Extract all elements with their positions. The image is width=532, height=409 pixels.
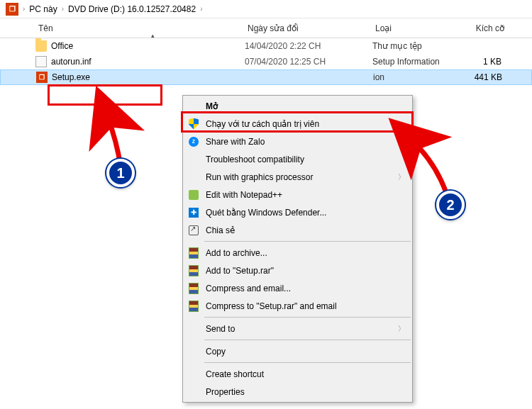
menu-notepadpp[interactable]: Edit with Notepad++ xyxy=(183,186,412,203)
column-headers[interactable]: Tên Ngày sửa đổi Loại Kích cỡ xyxy=(0,18,532,38)
list-item-selected[interactable]: ❐ Setup.exe ion 441 KB xyxy=(0,69,532,85)
file-type: ion xyxy=(373,72,451,82)
menu-add-archive[interactable]: Add to archive... xyxy=(183,244,412,262)
folder-icon xyxy=(35,40,47,52)
menu-properties[interactable]: Properties xyxy=(183,383,412,400)
winrar-icon xyxy=(187,264,200,277)
winrar-icon xyxy=(187,300,200,313)
menu-troubleshoot[interactable]: Troubleshoot compatibility xyxy=(183,150,412,168)
header-date[interactable]: Ngày sửa đổi xyxy=(245,19,372,38)
winrar-icon xyxy=(187,282,200,295)
file-date: 14/04/2020 2:22 CH xyxy=(245,41,372,51)
zalo-icon: Z xyxy=(187,135,200,148)
file-name: autorun.inf xyxy=(51,57,92,67)
menu-run-as-admin[interactable]: Chạy với tư cách quản trị viên xyxy=(183,115,412,133)
breadcrumb-location[interactable]: DVD Drive (D:) 16.0.12527.20482 xyxy=(68,4,196,14)
file-size: 1 KB xyxy=(450,57,507,67)
file-name: Office xyxy=(51,41,73,51)
office-drive-icon: ❐ xyxy=(6,3,18,16)
breadcrumb-root[interactable]: PC này xyxy=(29,4,57,14)
shield-icon xyxy=(187,118,200,130)
defender-icon: ✚ xyxy=(187,206,200,219)
menu-copy[interactable]: Copy xyxy=(183,342,412,360)
header-name[interactable]: Tên xyxy=(35,19,245,38)
file-type: Setup Information xyxy=(372,57,450,67)
file-name: Setup.exe xyxy=(52,72,90,82)
file-icon xyxy=(35,56,47,67)
chevron-right-icon: 〉 xyxy=(398,324,405,334)
chevron-right-icon: › xyxy=(62,5,64,13)
file-date: 07/04/2020 12:25 CH xyxy=(245,57,372,67)
menu-share[interactable]: Chia sẻ xyxy=(183,221,412,239)
annotation-highlight-1 xyxy=(48,84,162,106)
winrar-icon xyxy=(187,247,200,259)
menu-create-shortcut[interactable]: Create shortcut xyxy=(183,365,412,383)
chevron-right-icon: 〉 xyxy=(398,172,405,182)
list-item[interactable]: autorun.inf 07/04/2020 12:25 CH Setup In… xyxy=(0,54,532,69)
breadcrumb[interactable]: ❐ › PC này › DVD Drive (D:) 16.0.12527.2… xyxy=(0,0,532,18)
menu-share-zalo[interactable]: Z Share with Zalo xyxy=(183,133,412,150)
file-type: Thư mục tệp xyxy=(372,41,450,51)
menu-separator xyxy=(204,317,411,318)
list-item[interactable]: Office 14/04/2020 2:22 CH Thư mục tệp xyxy=(0,38,532,54)
header-type[interactable]: Loại xyxy=(372,19,450,38)
share-icon xyxy=(187,224,200,237)
menu-add-setuprar[interactable]: Add to "Setup.rar" xyxy=(183,262,412,279)
menu-separator xyxy=(204,362,411,363)
menu-separator xyxy=(204,340,411,340)
menu-defender[interactable]: ✚ Quét bằng Windows Defender... xyxy=(183,203,412,221)
annotation-badge-2: 2 xyxy=(436,191,465,219)
chevron-right-icon: › xyxy=(200,5,202,13)
chevron-right-icon: › xyxy=(23,5,25,13)
menu-run-gpu[interactable]: Run with graphics processor 〉 xyxy=(183,168,412,186)
file-size: 441 KB xyxy=(451,72,508,82)
file-list: Office 14/04/2020 2:22 CH Thư mục tệp au… xyxy=(0,38,532,85)
menu-compress-setup-email[interactable]: Compress to "Setup.rar" and email xyxy=(183,297,412,315)
menu-send-to[interactable]: Send to 〉 xyxy=(183,320,412,337)
annotation-badge-1: 1 xyxy=(106,159,135,187)
office-setup-icon: ❐ xyxy=(36,72,48,83)
context-menu: Mở Chạy với tư cách quản trị viên Z Shar… xyxy=(182,95,413,403)
header-size[interactable]: Kích cỡ xyxy=(450,19,507,38)
menu-separator xyxy=(204,241,411,242)
arrow-2 xyxy=(410,138,447,195)
menu-compress-email[interactable]: Compress and email... xyxy=(183,279,412,297)
notepadpp-icon xyxy=(187,189,200,201)
menu-open[interactable]: Mở xyxy=(183,97,412,115)
